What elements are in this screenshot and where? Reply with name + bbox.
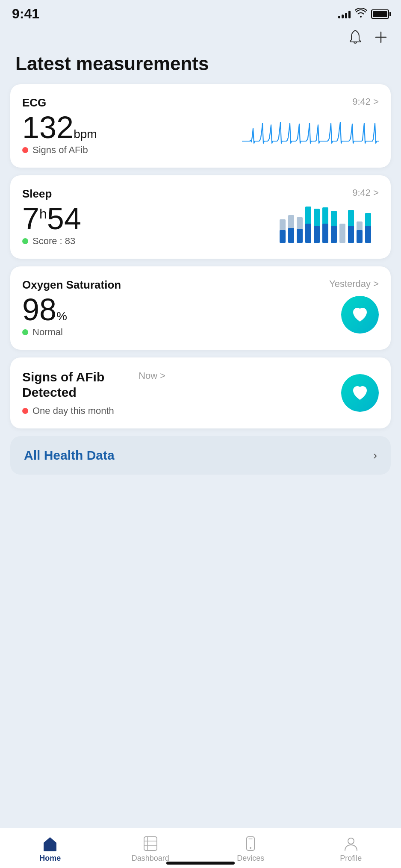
home-indicator xyxy=(166,862,235,865)
afib-time: Now > xyxy=(139,370,165,381)
oxygen-status-dot xyxy=(22,329,28,335)
afib-title-block: Signs of AFib Detected xyxy=(22,369,104,400)
ecg-value: 132bpm xyxy=(22,112,97,143)
all-health-label: All Health Data xyxy=(24,448,115,463)
afib-title1: Signs of AFib xyxy=(22,369,104,385)
afib-status-text: One day this month xyxy=(32,405,114,416)
ecg-label: ECG xyxy=(22,96,46,109)
battery-icon xyxy=(371,9,389,19)
devices-icon xyxy=(243,836,258,851)
oxygen-card[interactable]: Oxygen Saturation Yesterday > 98% Normal xyxy=(10,266,391,350)
heart-icon xyxy=(351,306,369,323)
ecg-chart xyxy=(242,120,379,156)
afib-title2: Detected xyxy=(22,385,104,400)
svg-rect-7 xyxy=(297,229,303,243)
sleep-label: Sleep xyxy=(22,187,52,201)
afib-content: Signs of AFib Detected Now > One day thi… xyxy=(22,369,379,416)
svg-rect-3 xyxy=(280,230,286,243)
nav-devices[interactable]: Devices xyxy=(229,836,272,863)
svg-rect-18 xyxy=(348,226,354,243)
main-content: ECG 9:42 > 132bpm Signs of AFib Sl xyxy=(0,84,401,868)
ecg-time: 9:42 > xyxy=(352,96,379,107)
svg-rect-24 xyxy=(144,837,157,850)
svg-point-31 xyxy=(348,838,354,844)
oxygen-value: 98% xyxy=(22,294,67,325)
ecg-content: 132bpm Signs of AFib xyxy=(22,109,379,156)
oxygen-label: Oxygen Saturation xyxy=(22,278,121,292)
ecg-card[interactable]: ECG 9:42 > 132bpm Signs of AFib xyxy=(10,84,391,168)
oxygen-status-text: Normal xyxy=(32,327,63,338)
nav-home-label: Home xyxy=(39,854,61,863)
oxygen-icon-circle xyxy=(341,296,379,334)
svg-point-29 xyxy=(250,847,251,849)
add-button[interactable] xyxy=(374,31,387,44)
nav-profile[interactable]: Profile xyxy=(330,836,372,863)
sleep-status-text: Score : 83 xyxy=(32,236,75,247)
afib-status: One day this month xyxy=(22,405,165,416)
all-health-data-card[interactable]: All Health Data › xyxy=(10,436,391,475)
oxygen-left: 98% Normal xyxy=(22,292,67,338)
ecg-status-text: Signs of AFib xyxy=(32,145,88,156)
sleep-value: 7h54 xyxy=(22,203,81,234)
svg-rect-23 xyxy=(47,845,53,851)
afib-left: Signs of AFib Detected Now > One day thi… xyxy=(22,369,165,416)
oxygen-card-header: Oxygen Saturation Yesterday > xyxy=(22,278,379,292)
ecg-status-dot xyxy=(22,147,28,153)
signal-icon xyxy=(338,10,351,18)
ecg-card-header: ECG 9:42 > xyxy=(22,96,379,109)
nav-profile-label: Profile xyxy=(340,854,362,863)
svg-rect-5 xyxy=(288,228,294,243)
svg-rect-11 xyxy=(314,226,320,243)
all-health-chevron: › xyxy=(373,449,377,462)
nav-devices-label: Devices xyxy=(237,854,264,863)
svg-rect-16 xyxy=(339,224,345,243)
home-icon xyxy=(42,836,58,851)
status-bar: 9:41 xyxy=(0,0,401,25)
profile-icon xyxy=(344,836,358,851)
ecg-left: 132bpm Signs of AFib xyxy=(22,109,97,156)
page-title: Latest measurements xyxy=(15,53,386,74)
wifi-icon xyxy=(355,8,367,20)
svg-rect-9 xyxy=(305,224,311,243)
afib-heart-icon xyxy=(351,384,369,402)
page-title-section: Latest measurements xyxy=(0,49,401,84)
sleep-status-dot xyxy=(22,238,28,244)
afib-status-dot xyxy=(22,408,28,414)
status-icons xyxy=(338,8,389,20)
nav-dashboard[interactable]: Dashboard xyxy=(129,836,172,863)
sleep-status: Score : 83 xyxy=(22,236,81,247)
oxygen-status: Normal xyxy=(22,327,67,338)
oxygen-content: 98% Normal xyxy=(22,292,379,338)
dashboard-icon xyxy=(143,836,158,851)
oxygen-time: Yesterday > xyxy=(329,278,379,289)
sleep-card-header: Sleep 9:42 > xyxy=(22,187,379,201)
sleep-chart xyxy=(276,202,379,247)
nav-home[interactable]: Home xyxy=(29,836,71,863)
svg-rect-22 xyxy=(365,226,371,243)
svg-rect-15 xyxy=(331,226,337,243)
afib-icon-circle xyxy=(341,374,379,412)
svg-rect-13 xyxy=(322,224,328,243)
sleep-card[interactable]: Sleep 9:42 > 7h54 Score : 83 xyxy=(10,175,391,259)
ecg-status: Signs of AFib xyxy=(22,145,97,156)
sleep-left: 7h54 Score : 83 xyxy=(22,201,81,247)
sleep-time: 9:42 > xyxy=(352,187,379,198)
sleep-content: 7h54 Score : 83 xyxy=(22,201,379,247)
notification-button[interactable] xyxy=(348,30,363,45)
status-time: 9:41 xyxy=(12,6,39,22)
svg-rect-20 xyxy=(357,230,363,243)
nav-dashboard-label: Dashboard xyxy=(132,854,169,863)
header-actions xyxy=(0,25,401,49)
afib-card[interactable]: Signs of AFib Detected Now > One day thi… xyxy=(10,357,391,428)
